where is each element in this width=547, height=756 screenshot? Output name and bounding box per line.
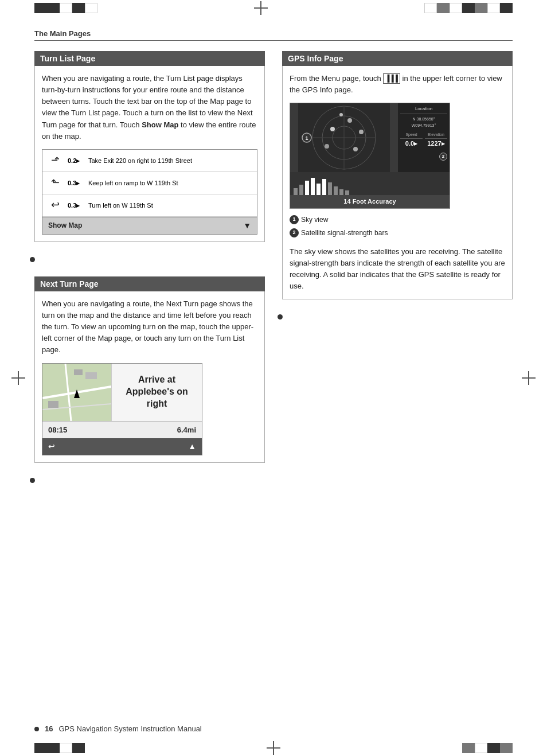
arrive-text: Arrive atApplebee's onright: [126, 374, 188, 410]
gps-description: The sky view shows the satellites you ar…: [290, 246, 505, 293]
sig-bar-4: [311, 178, 315, 195]
speed-label: Speed: [400, 132, 423, 139]
turn-row-1: ⬏ 0.2▸ Take Exit 220 on right to 119th S…: [42, 150, 257, 172]
show-map-label: Show Map: [48, 220, 82, 231]
turn-icon-3: ↩: [47, 197, 63, 213]
svg-point-17: [325, 144, 329, 149]
back-icon: ↩: [48, 441, 55, 453]
svg-rect-4: [74, 369, 83, 375]
speed-value: 0.0▸: [400, 139, 423, 149]
legend-label-1: Sky view: [301, 215, 328, 225]
turn-desc-2: Keep left on ramp to W 119th St: [88, 178, 252, 188]
next-turn-section: Next Turn Page When you are navigating a…: [34, 276, 265, 463]
time-value: 08:15: [48, 424, 67, 436]
sig-bar-8: [334, 186, 338, 195]
svg-point-18: [353, 147, 358, 151]
sig-bar-2: [299, 185, 303, 195]
turn-desc-1: Take Exit 220 on right to 119th Street: [88, 156, 252, 166]
show-map-bar[interactable]: Show Map ▼: [42, 217, 257, 234]
svg-point-19: [339, 113, 343, 116]
next-turn-description: When you are navigating a route, the Nex…: [42, 298, 257, 356]
legend-label-2: Satellite signal-strength bars: [301, 228, 388, 238]
signal-bars-area: [290, 172, 450, 195]
section-title: The Main Pages: [34, 29, 513, 41]
turn-list-header: Turn List Page: [34, 51, 265, 66]
legend-item-2: 2 Satellite signal-strength bars: [290, 228, 505, 238]
gps-top-area: 1 Location N 38.85658° W094.79913°: [290, 103, 450, 172]
gps-info-section: GPS Info Page From the Menu page, touch …: [282, 51, 513, 299]
gps-info-body: From the Menu page, touch ▐▐▐ in the upp…: [282, 66, 513, 299]
show-map-icon: ▼: [243, 220, 251, 232]
turn-dist-3: 0.3▸: [68, 201, 84, 211]
sig-bar-10: [345, 190, 349, 195]
sig-bar-7: [328, 182, 332, 195]
turn-list-body: When you are navigating a route, the Tur…: [34, 66, 265, 242]
turn-icon-1: ⬏: [47, 153, 63, 169]
next-turn-screenshot: Arrive atApplebee's onright 08:15 6.4mi …: [42, 363, 202, 456]
legend-badge-1: 1: [290, 215, 299, 224]
turn-list-screenshot: ⬏ 0.2▸ Take Exit 220 on right to 119th S…: [42, 149, 257, 235]
svg-point-16: [330, 127, 335, 131]
elevation-field: Elevation 1227▸: [425, 132, 447, 148]
footer-bullet: [34, 727, 39, 731]
dist-value: 6.4mi: [177, 424, 196, 436]
location-label: Location: [400, 106, 447, 114]
page-footer: 16 GPS Navigation System Instruction Man…: [34, 724, 513, 733]
right-column: GPS Info Page From the Menu page, touch …: [282, 51, 513, 492]
sig-bar-3: [305, 181, 309, 195]
svg-rect-5: [85, 372, 97, 379]
gps-coords: N 38.85658° W094.79913°: [400, 116, 447, 128]
svg-text:1: 1: [305, 135, 308, 141]
speed-elevation-row: Speed 0.0▸ Elevation 1227▸: [400, 132, 447, 148]
accuracy-bar: 14 Foot Accuracy: [290, 195, 450, 208]
speed-field: Speed 0.0▸: [400, 132, 423, 148]
bullet-2: [30, 478, 35, 483]
next-turn-bottom-bar: 08:15 6.4mi: [42, 421, 202, 439]
gps-screenshot: 1 Location N 38.85658° W094.79913°: [290, 103, 450, 209]
next-turn-body: When you are navigating a route, the Nex…: [34, 291, 265, 463]
turn-desc-3: Turn left on W 119th St: [88, 201, 252, 211]
map-thumbnail: [42, 364, 111, 421]
gps-info-header: GPS Info Page: [282, 51, 513, 66]
turn-row-2: ⬑ 0.3▸ Keep left on ramp to W 119th St: [42, 172, 257, 194]
menu-signal-icon: ▐▐▐: [383, 73, 400, 84]
up-icon: ▲: [188, 441, 196, 453]
svg-rect-6: [48, 401, 58, 408]
elevation-label: Elevation: [425, 132, 447, 139]
page-number: 16: [45, 724, 53, 733]
turn-dist-1: 0.2▸: [68, 156, 84, 166]
svg-point-15: [359, 130, 364, 134]
turn-row-3: ↩ 0.3▸ Turn left on W 119th St: [42, 194, 257, 217]
svg-point-14: [347, 118, 352, 123]
arrive-panel: Arrive atApplebee's onright: [111, 364, 202, 421]
footer-text: GPS Navigation System Instruction Manual: [58, 724, 201, 733]
gps-legend: 1 Sky view 2 Satellite signal-strength b…: [290, 215, 505, 238]
sig-bar-1: [294, 188, 298, 195]
next-turn-footer-bar: ↩ ▲: [42, 438, 202, 455]
legend-item-1: 1 Sky view: [290, 215, 505, 225]
gps-data-panel: Location N 38.85658° W094.79913° Speed 0…: [398, 103, 450, 172]
legend-badge-2: 2: [290, 228, 299, 237]
turn-dist-2: 0.3▸: [68, 178, 84, 188]
turn-list-section: Turn List Page When you are navigating a…: [34, 51, 265, 242]
sig-bar-6: [322, 179, 326, 195]
next-turn-header: Next Turn Page: [34, 276, 265, 291]
sig-bar-5: [317, 184, 321, 195]
sky-view: 1: [290, 103, 398, 172]
turn-icon-2: ⬑: [47, 175, 63, 191]
gps-intro-text: From the Menu page, touch ▐▐▐ in the upp…: [290, 73, 505, 96]
sig-bar-9: [339, 189, 343, 195]
bullet-1: [30, 257, 35, 262]
next-turn-top: Arrive atApplebee's onright: [42, 364, 202, 421]
badge-2-marker: 2: [439, 153, 447, 161]
bullet-3: [278, 314, 283, 319]
turn-list-description: When you are navigating a route, the Tur…: [42, 73, 257, 142]
elevation-value: 1227▸: [425, 139, 447, 149]
left-column: Turn List Page When you are navigating a…: [34, 51, 265, 492]
